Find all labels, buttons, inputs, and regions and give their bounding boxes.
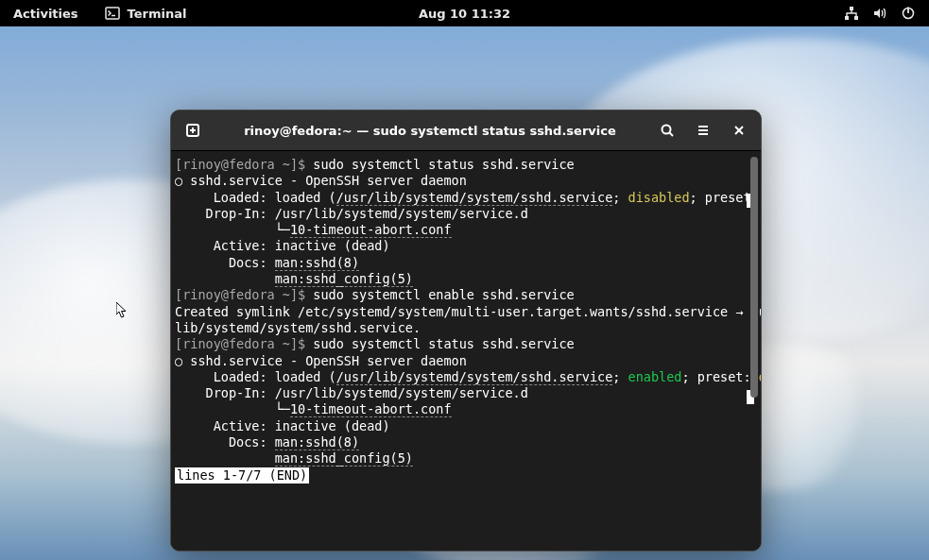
svg-rect-3 [845, 16, 849, 20]
close-icon [731, 123, 747, 138]
close-button[interactable] [723, 114, 755, 146]
output-line: ○ sshd.service - OpenSSH server daemon [171, 353, 761, 369]
app-menu-label: Terminal [128, 7, 187, 21]
app-menu-button[interactable]: Terminal [92, 0, 200, 26]
search-button[interactable] [651, 114, 683, 146]
output-line: ○ sshd.service - OpenSSH server daemon [171, 173, 761, 189]
activities-label: Activities [13, 7, 78, 21]
scrollbar-thumb[interactable] [750, 157, 758, 398]
power-icon[interactable] [901, 6, 916, 21]
gnome-top-bar: Activities Terminal Aug 10 11:32 [0, 0, 929, 26]
output-line: lib/systemd/system/sshd.service. [171, 320, 761, 336]
terminal-window: rinoy@fedora:~ — sudo systemctl status s… [170, 110, 762, 552]
search-icon [660, 123, 675, 138]
output-line: Active: inactive (dead) [171, 418, 761, 434]
activities-button[interactable]: Activities [0, 0, 92, 26]
new-tab-button[interactable] [177, 114, 209, 146]
output-line: Active: inactive (dead) [171, 238, 761, 254]
svg-line-11 [670, 133, 674, 137]
menu-button[interactable] [687, 114, 719, 146]
clock-label: Aug 10 11:32 [419, 7, 510, 21]
clock-button[interactable]: Aug 10 11:32 [405, 0, 524, 26]
output-line: Created symlink /etc/systemd/system/mult… [171, 304, 761, 320]
prompt: [rinoy@fedora ~]$ [175, 287, 313, 302]
hamburger-icon [696, 123, 711, 138]
network-icon[interactable] [844, 6, 859, 21]
output-line: Drop-In: /usr/lib/systemd/system/service… [171, 385, 761, 401]
terminal-output[interactable]: [rinoy@fedora ~]$ sudo systemctl status … [171, 151, 761, 551]
volume-icon[interactable] [872, 6, 887, 21]
svg-rect-4 [854, 16, 858, 20]
pager-status: lines 1-7/7 (END) [175, 467, 309, 484]
svg-point-10 [662, 126, 671, 134]
plus-box-icon [185, 123, 200, 138]
command: sudo systemctl status sshd.service [313, 336, 574, 351]
svg-rect-2 [850, 7, 853, 10]
command: sudo systemctl status sshd.service [313, 157, 574, 172]
svg-rect-0 [106, 8, 119, 19]
window-title: rinoy@fedora:~ — sudo systemctl status s… [213, 124, 647, 138]
prompt: [rinoy@fedora ~]$ [175, 157, 313, 172]
command: sudo systemctl enable sshd.service [313, 287, 574, 302]
terminal-body[interactable]: [rinoy@fedora ~]$ sudo systemctl status … [171, 150, 761, 551]
titlebar[interactable]: rinoy@fedora:~ — sudo systemctl status s… [171, 110, 761, 150]
terminal-icon [105, 6, 120, 21]
scrollbar[interactable] [749, 157, 759, 545]
output-line: Drop-In: /usr/lib/systemd/system/service… [171, 206, 761, 222]
prompt: [rinoy@fedora ~]$ [175, 336, 313, 351]
